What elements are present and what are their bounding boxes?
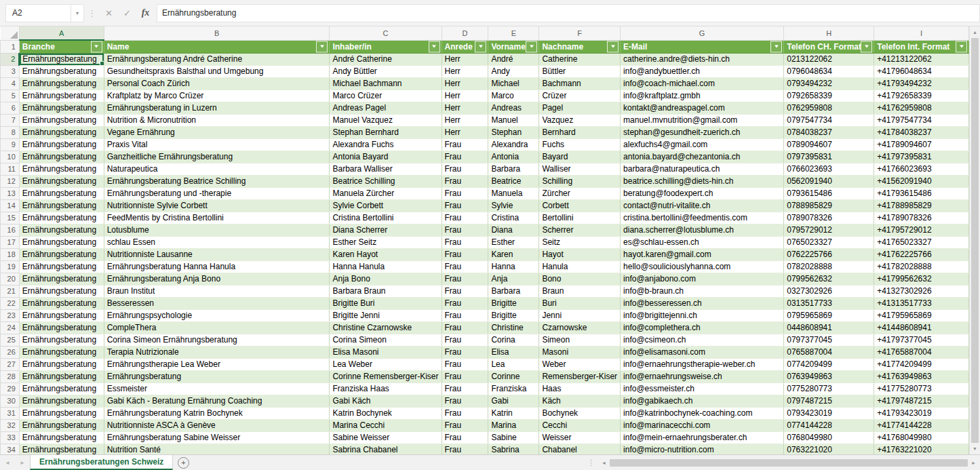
cell-H16[interactable]: 0795729012 bbox=[784, 224, 874, 236]
enter-button[interactable]: ✓ bbox=[118, 5, 136, 22]
cell-E26[interactable]: Elisa bbox=[488, 346, 539, 358]
header-cell-C1[interactable]: Inhaber/in bbox=[330, 40, 442, 53]
cell-D33[interactable]: Frau bbox=[442, 431, 488, 444]
filter-dropdown-icon[interactable] bbox=[475, 41, 486, 52]
name-box[interactable]: A2 bbox=[5, 4, 71, 22]
cell-I25[interactable]: +41797377045 bbox=[874, 334, 969, 346]
cell-C6[interactable]: Andreas Pagel bbox=[330, 102, 442, 114]
scroll-down-icon[interactable]: ▼ bbox=[970, 444, 980, 454]
cell-C16[interactable]: Diana Scherrer bbox=[330, 224, 442, 236]
row-header-15[interactable]: 15 bbox=[1, 212, 20, 224]
cell-A14[interactable]: Ernährungsberatung bbox=[19, 199, 104, 212]
cell-B12[interactable]: Ernährungsberatung Beatrice Schilling bbox=[104, 175, 330, 187]
cell-G27[interactable]: info@ernaehrungstherapie-weber.ch bbox=[621, 358, 784, 370]
cell-I29[interactable]: +41775280773 bbox=[874, 383, 969, 395]
cell-H26[interactable]: 0765887004 bbox=[784, 346, 874, 358]
name-box-dropdown-icon[interactable]: ▾ bbox=[71, 4, 84, 22]
cell-I12[interactable]: +41562091940 bbox=[874, 175, 969, 187]
column-header-B[interactable]: B bbox=[104, 26, 330, 40]
cell-I13[interactable]: +41793615486 bbox=[874, 187, 969, 199]
cell-C30[interactable]: Gabi Käch bbox=[330, 395, 442, 407]
cell-A11[interactable]: Ernährungsberatung bbox=[19, 163, 104, 175]
vertical-scrollbar-thumb[interactable] bbox=[971, 38, 979, 443]
cell-I10[interactable]: +41797395831 bbox=[874, 151, 969, 163]
cell-F28[interactable]: Remensberger-Kiser bbox=[539, 370, 621, 383]
header-cell-G1[interactable]: E-Mail bbox=[621, 40, 784, 53]
row-header-26[interactable]: 26 bbox=[1, 346, 20, 358]
cell-D24[interactable]: Frau bbox=[442, 321, 488, 334]
cell-H13[interactable]: 0793615486 bbox=[784, 187, 874, 199]
cell-I20[interactable]: +41799562632 bbox=[874, 273, 969, 285]
row-header-9[interactable]: 9 bbox=[1, 138, 20, 151]
cell-C29[interactable]: Franziska Haas bbox=[330, 383, 442, 395]
scroll-up-icon[interactable]: ▲ bbox=[970, 27, 980, 37]
cell-C11[interactable]: Barbara Walliser bbox=[330, 163, 442, 175]
cell-H25[interactable]: 0797377045 bbox=[784, 334, 874, 346]
cell-H29[interactable]: 0775280773 bbox=[784, 383, 874, 395]
cell-G23[interactable]: info@brigittejenni.ch bbox=[621, 309, 784, 321]
cell-C27[interactable]: Lea Weber bbox=[330, 358, 442, 370]
cell-F33[interactable]: Weisser bbox=[539, 431, 621, 444]
cell-H34[interactable]: 0763221020 bbox=[784, 444, 874, 454]
cell-D7[interactable]: Herr bbox=[442, 114, 488, 126]
cell-C23[interactable]: Brigitte Jenni bbox=[330, 309, 442, 321]
cell-C14[interactable]: Sylvie Corbett bbox=[330, 199, 442, 212]
cell-C9[interactable]: Alexandra Fuchs bbox=[330, 138, 442, 151]
cell-F7[interactable]: Vazquez bbox=[539, 114, 621, 126]
cell-I6[interactable]: +41762959808 bbox=[874, 102, 969, 114]
cell-D20[interactable]: Frau bbox=[442, 273, 488, 285]
cell-E30[interactable]: Gabi bbox=[488, 395, 539, 407]
filter-dropdown-icon[interactable] bbox=[607, 41, 619, 52]
cell-D18[interactable]: Frau bbox=[442, 248, 488, 260]
row-header-12[interactable]: 12 bbox=[1, 175, 20, 187]
row-header-6[interactable]: 6 bbox=[1, 102, 20, 114]
cell-A32[interactable]: Ernährungsberatung bbox=[19, 419, 104, 431]
row-header-32[interactable]: 32 bbox=[1, 419, 20, 431]
cell-B14[interactable]: Nutritionniste Sylvie Corbett bbox=[104, 199, 330, 212]
cell-E25[interactable]: Corina bbox=[488, 334, 539, 346]
cell-A6[interactable]: Ernährungsberatung bbox=[19, 102, 104, 114]
cell-B21[interactable]: Braun Institut bbox=[104, 285, 330, 297]
select-all-corner[interactable] bbox=[1, 26, 20, 40]
cell-H30[interactable]: 0797487215 bbox=[784, 395, 874, 407]
cell-E2[interactable]: André bbox=[488, 53, 539, 65]
cell-G3[interactable]: info@andybuettler.ch bbox=[621, 65, 784, 77]
cell-B19[interactable]: Ernährungsberatung Hanna Hanula bbox=[104, 260, 330, 273]
cell-G29[interactable]: info@essmeister.ch bbox=[621, 383, 784, 395]
cell-C20[interactable]: Anja Bono bbox=[330, 273, 442, 285]
cell-F22[interactable]: Buri bbox=[539, 297, 621, 309]
cell-C31[interactable]: Katrin Bochynek bbox=[330, 407, 442, 419]
cell-D17[interactable]: Frau bbox=[442, 236, 488, 248]
cell-D26[interactable]: Frau bbox=[442, 346, 488, 358]
cell-D8[interactable]: Herr bbox=[442, 126, 488, 138]
cell-C15[interactable]: Cristina Bertollini bbox=[330, 212, 442, 224]
cell-C19[interactable]: Hanna Hanula bbox=[330, 260, 442, 273]
cell-F16[interactable]: Scherrer bbox=[539, 224, 621, 236]
cell-C25[interactable]: Corina Simeon bbox=[330, 334, 442, 346]
cell-H22[interactable]: 0313517733 bbox=[784, 297, 874, 309]
cell-F8[interactable]: Bernhard bbox=[539, 126, 621, 138]
cell-E31[interactable]: Katrin bbox=[488, 407, 539, 419]
cell-C26[interactable]: Elisa Masoni bbox=[330, 346, 442, 358]
cell-B2[interactable]: Ernährungsberatung André Catherine bbox=[104, 53, 330, 65]
cell-C22[interactable]: Brigitte Buri bbox=[330, 297, 442, 309]
cell-B6[interactable]: Ernährungsberatung in Luzern bbox=[104, 102, 330, 114]
cell-G16[interactable]: diana.scherrer@lotusblume.ch bbox=[621, 224, 784, 236]
cell-B23[interactable]: Ernährungspsychologie bbox=[104, 309, 330, 321]
cell-C12[interactable]: Beatrice Schilling bbox=[330, 175, 442, 187]
row-header-27[interactable]: 27 bbox=[1, 358, 20, 370]
cell-G11[interactable]: barbara@naturapeutica.ch bbox=[621, 163, 784, 175]
cell-I28[interactable]: +41763949863 bbox=[874, 370, 969, 383]
cell-I33[interactable]: +41768049980 bbox=[874, 431, 969, 444]
cell-E6[interactable]: Andreas bbox=[488, 102, 539, 114]
cell-E15[interactable]: Cristina bbox=[488, 212, 539, 224]
cell-F11[interactable]: Walliser bbox=[539, 163, 621, 175]
cell-A18[interactable]: Ernährungsberatung bbox=[19, 248, 104, 260]
cell-D5[interactable]: Herr bbox=[442, 90, 488, 102]
row-header-29[interactable]: 29 bbox=[1, 383, 20, 395]
cell-G28[interactable]: info@ernaehrungsweise.ch bbox=[621, 370, 784, 383]
cell-H18[interactable]: 0762225766 bbox=[784, 248, 874, 260]
cell-I34[interactable]: +41763221020 bbox=[874, 444, 969, 454]
cell-A23[interactable]: Ernährungsberatung bbox=[19, 309, 104, 321]
cell-H23[interactable]: 0795965869 bbox=[784, 309, 874, 321]
